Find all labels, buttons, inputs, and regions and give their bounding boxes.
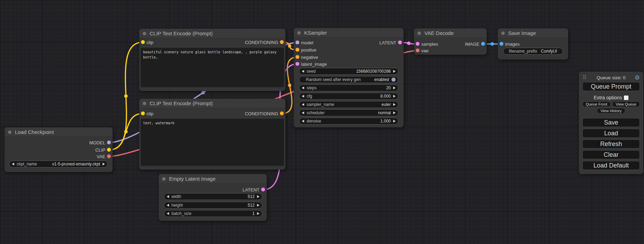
negative-input-dot[interactable] bbox=[295, 55, 299, 59]
input-slot-images[interactable]: images bbox=[498, 41, 520, 47]
increment-arrow-icon[interactable] bbox=[257, 204, 259, 207]
increment-arrow-icon[interactable] bbox=[393, 70, 396, 73]
collapse-dot-icon[interactable] bbox=[143, 32, 146, 35]
increment-arrow-icon[interactable] bbox=[257, 212, 259, 215]
increment-arrow-icon[interactable] bbox=[393, 95, 396, 98]
node-ksampler[interactable]: KSamplermodelpositivenegativelatent_imag… bbox=[294, 28, 404, 127]
increment-arrow-icon[interactable] bbox=[393, 120, 396, 123]
decrement-arrow-icon[interactable] bbox=[302, 111, 304, 114]
input-slot-positive[interactable]: positive bbox=[294, 47, 316, 53]
toggle-on-indicator[interactable] bbox=[391, 78, 396, 82]
link-midpoint-dot[interactable] bbox=[288, 44, 291, 48]
output-slot-LATENT[interactable]: LATENT bbox=[379, 39, 404, 46]
collapse-dot-icon[interactable] bbox=[297, 31, 301, 35]
node-title-bar[interactable]: Empty Latent Image bbox=[159, 174, 267, 184]
load-default-button[interactable]: Load Default bbox=[582, 161, 640, 170]
input-slot-clip[interactable]: clip bbox=[139, 110, 153, 117]
increment-arrow-icon[interactable] bbox=[393, 103, 396, 106]
decrement-arrow-icon[interactable] bbox=[302, 70, 304, 73]
CLIP-output-dot[interactable] bbox=[107, 148, 111, 152]
widget-ckpt_name[interactable]: ckpt_namev1-5-pruned-emaonly.ckpt bbox=[9, 161, 108, 168]
images-input-dot[interactable] bbox=[500, 42, 503, 46]
comfyui-canvas[interactable]: { "colors": { "model": "#b5a2e0", "clip"… bbox=[0, 0, 644, 244]
input-slot-model[interactable]: model bbox=[294, 39, 313, 46]
extra-options-checkbox[interactable] bbox=[624, 96, 628, 100]
output-slot-CONDITIONING[interactable]: CONDITIONING bbox=[245, 110, 285, 117]
LATENT-output-dot[interactable] bbox=[398, 40, 402, 44]
link-midpoint-dot[interactable] bbox=[491, 42, 494, 46]
output-slot-VAE[interactable]: VAE bbox=[97, 153, 113, 160]
positive-input-dot[interactable] bbox=[295, 48, 299, 52]
input-slot-clip[interactable]: clip bbox=[139, 39, 153, 45]
input-slot-vae[interactable]: vae bbox=[414, 47, 429, 54]
refresh-button[interactable]: Refresh bbox=[582, 139, 640, 148]
queue-front-button[interactable]: Queue Front bbox=[582, 101, 611, 107]
increment-arrow-icon[interactable] bbox=[393, 111, 396, 114]
decrement-arrow-icon[interactable] bbox=[302, 87, 304, 89]
decrement-arrow-icon[interactable] bbox=[12, 163, 14, 165]
output-slot-LATENT[interactable]: LATENT bbox=[242, 187, 267, 193]
samples-input-dot[interactable] bbox=[416, 42, 420, 46]
input-slot-negative[interactable]: negative bbox=[294, 54, 318, 60]
IMAGE-output-dot[interactable] bbox=[481, 42, 485, 46]
CONDITIONING-output-dot[interactable] bbox=[280, 111, 284, 115]
vae-input-dot[interactable] bbox=[416, 48, 420, 52]
increment-arrow-icon[interactable] bbox=[257, 195, 259, 198]
widget-scheduler[interactable]: schedulernormal bbox=[299, 109, 398, 116]
collapse-dot-icon[interactable] bbox=[162, 177, 166, 181]
load-button[interactable]: Load bbox=[582, 129, 640, 138]
model-input-dot[interactable] bbox=[295, 40, 299, 44]
clear-button[interactable]: Clear bbox=[582, 150, 640, 159]
increment-arrow-icon[interactable] bbox=[103, 163, 105, 165]
output-slot-CONDITIONING[interactable]: CONDITIONING bbox=[245, 39, 285, 45]
VAE-output-dot[interactable] bbox=[107, 154, 111, 158]
view-history-button[interactable]: View History bbox=[597, 108, 625, 114]
node-vae-decode[interactable]: VAE DecodesamplesvaeIMAGE bbox=[414, 28, 487, 55]
gear-icon[interactable]: ⚙ bbox=[635, 74, 640, 81]
output-slot-IMAGE[interactable]: IMAGE bbox=[465, 41, 487, 47]
widget-denoise[interactable]: denoise1.000 bbox=[299, 118, 398, 125]
prompt-textarea[interactable]: text, watermark bbox=[141, 119, 284, 166]
queue-prompt-button[interactable]: Queue Prompt bbox=[582, 82, 640, 91]
node-clip-text-encode-negative[interactable]: CLIP Text Encode (Prompt)clipCONDITIONIN… bbox=[139, 99, 285, 170]
widget-filename_prefix[interactable]: filename_prefixComfyUI bbox=[503, 48, 563, 55]
link-midpoint-dot[interactable] bbox=[202, 91, 205, 94]
widget-height[interactable]: height512 bbox=[164, 202, 262, 209]
widget-Random seed after every gen[interactable]: Random seed after every genenabled bbox=[299, 76, 398, 83]
node-load-checkpoint[interactable]: Load CheckpointMODELCLIPVAEckpt_namev1-5… bbox=[5, 127, 113, 172]
save-button[interactable]: Save bbox=[582, 118, 640, 127]
CONDITIONING-output-dot[interactable] bbox=[280, 40, 284, 44]
output-slot-MODEL[interactable]: MODEL bbox=[89, 139, 113, 146]
node-title-bar[interactable]: VAE Decode bbox=[414, 28, 487, 38]
widget-cfg[interactable]: cfg8.000 bbox=[299, 93, 398, 100]
link-midpoint-dot[interactable] bbox=[124, 94, 128, 98]
widget-sampler_name[interactable]: sampler_nameeuler bbox=[299, 101, 398, 108]
node-title-bar[interactable]: CLIP Text Encode (Prompt) bbox=[139, 29, 285, 38]
latent_image-input-dot[interactable] bbox=[295, 62, 299, 66]
widget-width[interactable]: width512 bbox=[164, 193, 262, 200]
node-title-bar[interactable]: KSampler bbox=[294, 28, 404, 38]
decrement-arrow-icon[interactable] bbox=[167, 212, 169, 215]
input-slot-latent_image[interactable]: latent_image bbox=[294, 61, 327, 67]
decrement-arrow-icon[interactable] bbox=[302, 120, 304, 123]
clip-input-dot[interactable] bbox=[141, 40, 145, 44]
LATENT-output-dot[interactable] bbox=[261, 188, 265, 191]
decrement-arrow-icon[interactable] bbox=[167, 204, 169, 207]
link-midpoint-dot[interactable] bbox=[407, 42, 411, 45]
increment-arrow-icon[interactable] bbox=[393, 87, 396, 89]
widget-batch_size[interactable]: batch_size1 bbox=[164, 210, 262, 217]
collapse-dot-icon[interactable] bbox=[417, 31, 421, 35]
node-clip-text-encode-positive[interactable]: CLIP Text Encode (Prompt)clipCONDITIONIN… bbox=[139, 29, 285, 91]
input-slot-samples[interactable]: samples bbox=[414, 41, 438, 47]
node-save-image[interactable]: Save Imageimagesfilename_prefixComfyUI bbox=[498, 28, 568, 60]
decrement-arrow-icon[interactable] bbox=[302, 95, 304, 98]
link-midpoint-dot[interactable] bbox=[288, 84, 291, 87]
node-title-bar[interactable]: Save Image bbox=[498, 28, 568, 38]
collapse-dot-icon[interactable] bbox=[8, 130, 11, 134]
widget-steps[interactable]: steps20 bbox=[299, 84, 398, 91]
view-queue-button[interactable]: View Queue bbox=[612, 101, 640, 107]
clip-input-dot[interactable] bbox=[141, 111, 145, 115]
output-slot-CLIP[interactable]: CLIP bbox=[95, 147, 113, 153]
node-empty-latent-image[interactable]: Empty Latent ImageLATENTwidth512height51… bbox=[159, 174, 267, 221]
node-title-bar[interactable]: Load Checkpoint bbox=[5, 127, 113, 137]
